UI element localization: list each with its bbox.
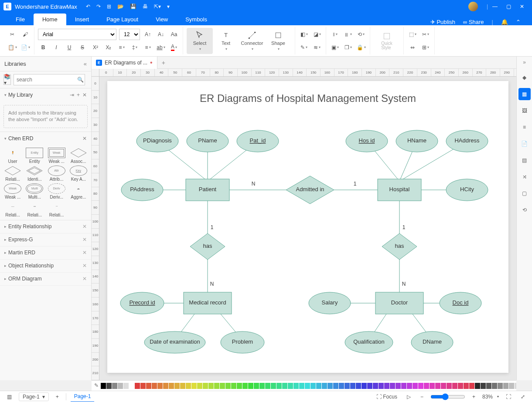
color-swatch[interactable] [447, 383, 452, 389]
align-icon[interactable]: ⫴ [330, 29, 340, 40]
line-icon[interactable]: ✎ [299, 42, 309, 53]
zoom-slider[interactable] [430, 393, 465, 400]
collapse-right-icon[interactable]: » [523, 59, 526, 65]
color-swatch[interactable] [225, 383, 231, 389]
color-swatch[interactable] [106, 383, 112, 389]
color-swatch[interactable] [112, 383, 117, 389]
save-icon[interactable]: 💾 [130, 3, 136, 10]
color-swatch[interactable] [276, 383, 282, 389]
size-icon[interactable]: ⬚ [407, 29, 418, 40]
color-swatch[interactable] [259, 383, 265, 389]
color-swatch[interactable] [333, 383, 338, 389]
color-swatch[interactable] [498, 383, 503, 389]
undo-icon[interactable]: ↶ [86, 3, 90, 10]
align-text-icon[interactable]: ≡ [143, 42, 153, 53]
color-swatch[interactable] [288, 383, 293, 389]
color-swatch[interactable] [146, 383, 151, 389]
fill-icon[interactable]: ◧ [299, 29, 309, 40]
color-swatch[interactable] [515, 383, 516, 389]
shape-rel2[interactable]: ═Relati... [24, 201, 44, 217]
new-icon[interactable]: ⊞ [107, 3, 111, 10]
color-swatch[interactable] [373, 383, 378, 389]
zoom-level[interactable]: 83% [482, 394, 493, 400]
fit-page-icon[interactable]: ⛶ [503, 394, 514, 400]
history-icon[interactable]: ⟲ [518, 204, 531, 216]
color-swatch[interactable] [401, 383, 406, 389]
mylibrary-section[interactable]: ▾My Library ⇥+✕ [0, 88, 91, 101]
maximize-icon[interactable]: ▢ [506, 3, 511, 10]
change-case-icon[interactable]: Aa [169, 29, 179, 40]
color-swatch[interactable] [180, 383, 185, 389]
color-swatch[interactable] [242, 383, 248, 389]
shape-user[interactable]: 🧍User [3, 148, 23, 164]
cut-icon[interactable]: ✂ [7, 29, 17, 40]
color-swatch[interactable] [424, 383, 429, 389]
color-swatch[interactable] [197, 383, 202, 389]
color-swatch[interactable] [435, 383, 440, 389]
layers-icon[interactable]: ≡ [518, 121, 531, 133]
user-avatar[interactable] [468, 2, 478, 11]
close-chen-icon[interactable]: ✕ [82, 135, 87, 142]
shape-aggregation[interactable]: ☁Aggre... [68, 183, 89, 199]
font-color-icon[interactable]: A [169, 42, 179, 53]
font-family-select[interactable]: Arial [38, 29, 116, 40]
eyedropper-icon[interactable]: ✎ [94, 382, 99, 389]
color-swatch[interactable] [208, 383, 214, 389]
color-swatch[interactable] [265, 383, 270, 389]
font-size-select[interactable]: 12 [119, 29, 140, 40]
quick-style-button[interactable]: Quick Style [374, 28, 400, 54]
color-swatch[interactable] [384, 383, 389, 389]
color-swatch[interactable] [157, 383, 163, 389]
connector-tool[interactable]: Connector [239, 28, 265, 54]
color-swatch[interactable] [441, 383, 446, 389]
ai-icon[interactable]: ▤ [518, 154, 531, 166]
qat-more-icon[interactable]: ▾ [167, 3, 170, 10]
color-swatch[interactable] [458, 383, 463, 389]
bullets-icon[interactable]: ≡ [116, 42, 127, 53]
shape-derived[interactable]: DerivDeriv... [47, 183, 67, 199]
color-swatch[interactable] [293, 383, 299, 389]
color-swatch[interactable] [475, 383, 480, 389]
bold-icon[interactable]: B [38, 42, 48, 53]
export-icon[interactable]: ⇱▾ [154, 3, 161, 10]
notifications-icon[interactable]: 🔔 [501, 19, 508, 25]
lock-icon[interactable]: 🔒 [356, 42, 366, 53]
zoom-in-icon[interactable]: + [470, 394, 478, 400]
library-select-icon[interactable]: 📚▾ [3, 74, 11, 85]
color-swatch[interactable] [140, 383, 146, 389]
color-swatch[interactable] [299, 383, 304, 389]
paste-icon[interactable]: 📄 [20, 42, 31, 53]
zoom-out-icon[interactable]: − [418, 394, 426, 400]
format-painter-icon[interactable]: 🖌 [20, 29, 31, 40]
color-swatch[interactable] [271, 383, 276, 389]
color-swatch[interactable] [214, 383, 219, 389]
rotate-icon[interactable]: ⟲ [356, 29, 366, 40]
close-lib-icon[interactable]: ✕ [82, 92, 87, 98]
color-swatch[interactable] [186, 383, 191, 389]
open-icon[interactable]: 📂 [117, 3, 124, 10]
shape-rel3[interactable]: ┄Relati... [47, 201, 67, 217]
fullscreen-icon[interactable]: ⤢ [518, 394, 528, 400]
line-style-icon[interactable]: ≋ [312, 42, 322, 53]
color-swatch[interactable] [305, 383, 310, 389]
color-swatch[interactable] [452, 383, 457, 389]
color-swatch[interactable] [174, 383, 180, 389]
color-swatch[interactable] [310, 383, 316, 389]
highlight-icon[interactable]: ab [156, 42, 166, 53]
document-tab[interactable]: E ER Diagrams of ... • [92, 57, 157, 69]
redo-icon[interactable]: ↷ [96, 3, 101, 10]
cat-martin-erd[interactable]: ▸Martin ERD✕ [0, 247, 91, 260]
close-icon[interactable]: ✕ [520, 3, 524, 10]
color-swatch[interactable] [356, 383, 361, 389]
color-swatch[interactable] [135, 383, 140, 389]
same-width-icon[interactable]: ⇔ [407, 42, 418, 53]
focus-mode-icon[interactable]: ⛶ Focus [374, 394, 400, 400]
italic-icon[interactable]: I [51, 42, 61, 53]
share-button[interactable]: ∞ Share [463, 19, 484, 25]
page-setup-icon[interactable]: 📄 [518, 138, 531, 150]
library-search-input[interactable] [14, 74, 85, 85]
shape-identifying[interactable]: Identi... [24, 166, 44, 182]
color-swatch[interactable] [123, 383, 129, 389]
tab-symbols[interactable]: Symbols [177, 14, 216, 25]
cat-object-relationship[interactable]: ▸Object Relationship✕ [0, 260, 91, 273]
